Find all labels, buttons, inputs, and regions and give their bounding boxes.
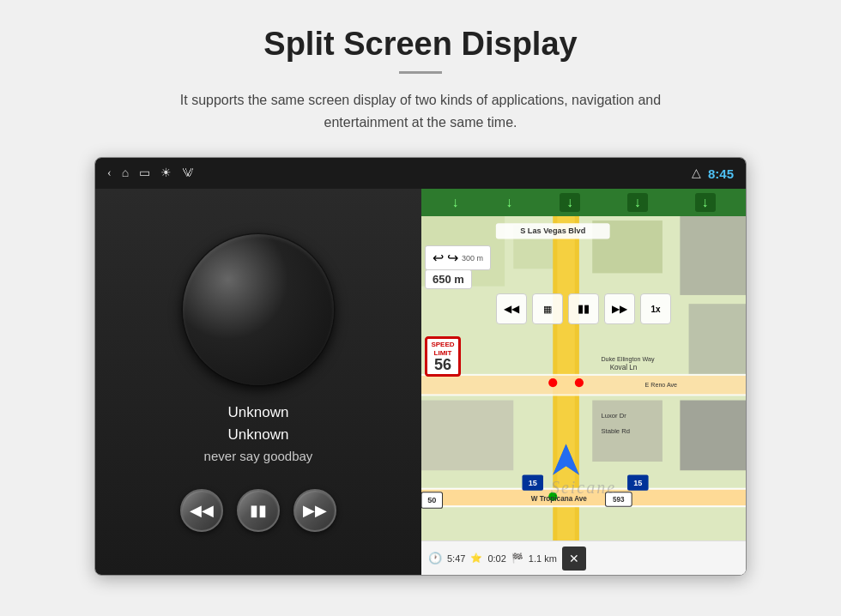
album-art-container bbox=[181, 233, 336, 387]
svg-rect-19 bbox=[680, 216, 746, 295]
nav-duration-icon: ⭐ bbox=[470, 553, 482, 564]
svg-text:593: 593 bbox=[613, 496, 625, 504]
distance-label: 650 m bbox=[425, 269, 472, 289]
image-icon[interactable]: ☀ bbox=[160, 167, 172, 179]
prev-button[interactable]: ◀◀ bbox=[180, 489, 223, 532]
vinyl-ring bbox=[183, 234, 334, 385]
svg-text:Stable Rd: Stable Rd bbox=[601, 428, 630, 436]
title-divider bbox=[399, 71, 442, 74]
track-info: Unknown Unknown never say goodbay bbox=[204, 404, 313, 463]
next-button[interactable]: ▶▶ bbox=[293, 489, 336, 532]
nav-arrow-2: ↓ bbox=[505, 195, 512, 210]
nav-distance: 1.1 km bbox=[529, 553, 557, 564]
speed-limit-label: SPEEDLIMIT bbox=[429, 341, 457, 357]
pause-icon: ▮▮ bbox=[250, 503, 267, 518]
track-title: never say goodbay bbox=[204, 449, 313, 463]
eta-icon: 🕐 bbox=[428, 552, 442, 565]
map-media-overlay: ◀◀ ▦ ▮▮ ▶▶ 1x bbox=[496, 293, 671, 324]
svg-text:15: 15 bbox=[529, 479, 537, 487]
svg-rect-24 bbox=[421, 376, 746, 394]
notification-icon: △ bbox=[692, 167, 701, 179]
nav-arrow-1: ↓ bbox=[451, 195, 458, 210]
close-icon: ✕ bbox=[569, 552, 579, 565]
svg-text:15: 15 bbox=[633, 479, 642, 487]
svg-text:50: 50 bbox=[427, 496, 436, 504]
nav-close-button[interactable]: ✕ bbox=[562, 547, 586, 571]
turn-right-icon: ↪ bbox=[447, 250, 458, 266]
prev-icon: ◀◀ bbox=[190, 503, 214, 518]
window-icon[interactable]: ▭ bbox=[139, 167, 150, 179]
turn-distance: 300 m bbox=[462, 254, 483, 263]
nav-eta-time: 5:47 bbox=[447, 553, 465, 564]
next-icon: ▶▶ bbox=[303, 503, 327, 518]
play-pause-button[interactable]: ▮▮ bbox=[237, 489, 280, 532]
map-prev-button[interactable]: ◀◀ bbox=[496, 293, 527, 324]
nav-arrow-highlighted: ↓ bbox=[560, 193, 580, 212]
turn-box: ↩ ↪ 300 m bbox=[425, 245, 491, 270]
svg-text:Koval Ln: Koval Ln bbox=[610, 364, 638, 371]
status-time: 8:45 bbox=[708, 166, 734, 181]
page-description: It supports the same screen display of t… bbox=[163, 89, 678, 133]
back-arrow-icon[interactable]: ‹ bbox=[107, 167, 112, 179]
svg-text:Luxor Dr: Luxor Dr bbox=[601, 412, 626, 420]
svg-rect-37 bbox=[680, 401, 746, 471]
nav-arrow-highlighted-3: ↓ bbox=[695, 193, 716, 212]
device-frame: ‹ ⌂ ▭ ☀ ⨈ △ 8:45 bbox=[94, 157, 747, 576]
track-album: Unknown bbox=[204, 426, 313, 444]
nav-header: ↓ ↓ ↓ ↓ ↓ bbox=[421, 189, 746, 216]
split-screen: Unknown Unknown never say goodbay ◀◀ ▮▮ … bbox=[95, 189, 746, 575]
page-title: Split Screen Display bbox=[263, 26, 577, 63]
map-area: 15 15 50 593 bbox=[421, 216, 746, 541]
turn-left-icon: ↩ bbox=[433, 250, 444, 266]
map-speed-button[interactable]: 1x bbox=[640, 293, 671, 324]
nav-bottom-bar: 🕐 5:47 ⭐ 0:02 🏁 1.1 km ✕ bbox=[421, 541, 746, 575]
svg-text:Duke Ellington Way: Duke Ellington Way bbox=[601, 356, 654, 363]
navigation-panel: ↓ ↓ ↓ ↓ ↓ bbox=[421, 189, 746, 575]
svg-text:E Reno Ave: E Reno Ave bbox=[645, 382, 678, 389]
media-controls: ◀◀ ▮▮ ▶▶ bbox=[180, 489, 336, 532]
map-next-button[interactable]: ▶▶ bbox=[604, 293, 635, 324]
svg-point-39 bbox=[575, 378, 584, 387]
nav-flag-icon: 🏁 bbox=[511, 553, 523, 564]
nav-arrow-highlighted-2: ↓ bbox=[627, 193, 648, 212]
svg-rect-35 bbox=[421, 401, 513, 471]
map-pause-button[interactable]: ▮▮ bbox=[568, 293, 599, 324]
svg-point-38 bbox=[548, 378, 557, 387]
status-bar: ‹ ⌂ ▭ ☀ ⨈ △ 8:45 bbox=[95, 158, 746, 189]
svg-text:W Tropicana Ave: W Tropicana Ave bbox=[531, 495, 588, 503]
music-player-panel: Unknown Unknown never say goodbay ◀◀ ▮▮ … bbox=[95, 189, 421, 575]
usb-icon[interactable]: ⨈ bbox=[182, 167, 194, 179]
nav-duration: 0:02 bbox=[487, 553, 505, 564]
map-checkerboard-button[interactable]: ▦ bbox=[532, 293, 563, 324]
status-bar-right: △ 8:45 bbox=[692, 166, 734, 181]
speed-limit-value: 56 bbox=[429, 357, 457, 372]
svg-rect-20 bbox=[689, 304, 746, 374]
track-artist: Unknown bbox=[204, 404, 313, 421]
home-icon[interactable]: ⌂ bbox=[122, 167, 129, 179]
speed-limit-sign: SPEEDLIMIT 56 bbox=[425, 336, 461, 377]
status-bar-left: ‹ ⌂ ▭ ☀ ⨈ bbox=[107, 167, 680, 179]
svg-text:S Las Vegas Blvd: S Las Vegas Blvd bbox=[520, 227, 585, 236]
